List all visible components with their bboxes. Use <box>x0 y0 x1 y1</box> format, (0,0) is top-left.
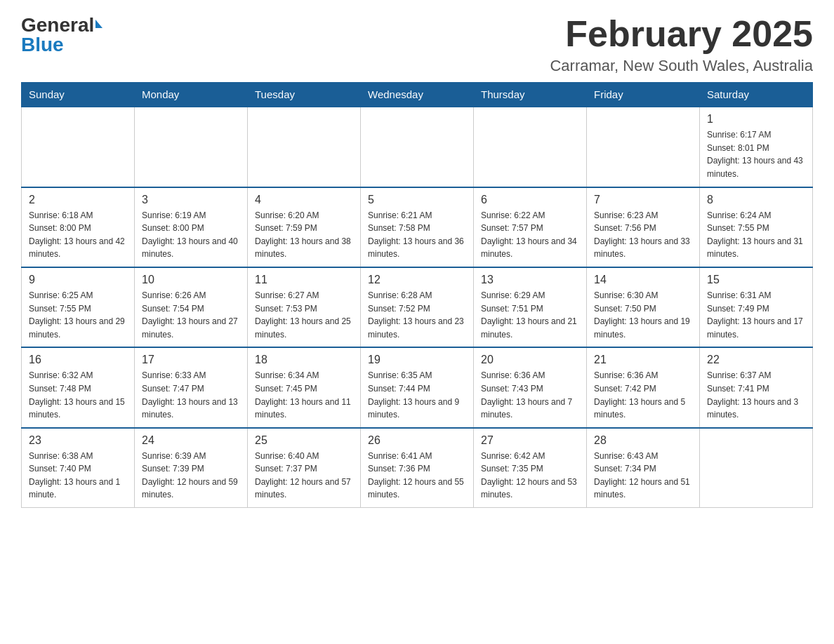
calendar-cell: 13Sunrise: 6:29 AMSunset: 7:51 PMDayligh… <box>474 267 587 347</box>
day-info: Sunrise: 6:36 AMSunset: 7:42 PMDaylight:… <box>594 369 692 421</box>
day-info: Sunrise: 6:24 AMSunset: 7:55 PMDaylight:… <box>707 209 805 261</box>
day-info: Sunrise: 6:23 AMSunset: 7:56 PMDaylight:… <box>594 209 692 261</box>
day-info: Sunrise: 6:22 AMSunset: 7:57 PMDaylight:… <box>481 209 579 261</box>
calendar-cell <box>135 107 248 187</box>
calendar-cell: 23Sunrise: 6:38 AMSunset: 7:40 PMDayligh… <box>22 428 135 508</box>
weekday-header-monday: Monday <box>135 83 248 107</box>
calendar-cell: 6Sunrise: 6:22 AMSunset: 7:57 PMDaylight… <box>474 187 587 267</box>
day-info: Sunrise: 6:40 AMSunset: 7:37 PMDaylight:… <box>255 450 353 502</box>
day-number: 20 <box>481 354 579 366</box>
calendar-cell: 4Sunrise: 6:20 AMSunset: 7:59 PMDaylight… <box>248 187 361 267</box>
day-number: 27 <box>481 434 579 447</box>
day-info: Sunrise: 6:35 AMSunset: 7:44 PMDaylight:… <box>368 369 466 421</box>
day-number: 7 <box>594 194 692 206</box>
day-info: Sunrise: 6:33 AMSunset: 7:47 PMDaylight:… <box>142 369 240 421</box>
calendar-cell <box>587 107 700 187</box>
calendar-cell: 20Sunrise: 6:36 AMSunset: 7:43 PMDayligh… <box>474 347 587 427</box>
day-info: Sunrise: 6:21 AMSunset: 7:58 PMDaylight:… <box>368 209 466 261</box>
logo-triangle-icon <box>95 20 102 28</box>
calendar-cell: 15Sunrise: 6:31 AMSunset: 7:49 PMDayligh… <box>700 267 813 347</box>
calendar-cell: 28Sunrise: 6:43 AMSunset: 7:34 PMDayligh… <box>587 428 700 508</box>
day-number: 15 <box>707 274 805 286</box>
location-title: Carramar, New South Wales, Australia <box>550 57 813 75</box>
day-number: 14 <box>594 274 692 286</box>
day-number: 12 <box>368 274 466 286</box>
weekday-header-friday: Friday <box>587 83 700 107</box>
calendar-cell: 24Sunrise: 6:39 AMSunset: 7:39 PMDayligh… <box>135 428 248 508</box>
calendar-cell: 25Sunrise: 6:40 AMSunset: 7:37 PMDayligh… <box>248 428 361 508</box>
calendar-cell: 11Sunrise: 6:27 AMSunset: 7:53 PMDayligh… <box>248 267 361 347</box>
calendar-cell: 3Sunrise: 6:19 AMSunset: 8:00 PMDaylight… <box>135 187 248 267</box>
calendar-cell <box>248 107 361 187</box>
day-number: 22 <box>707 354 805 366</box>
calendar-cell: 14Sunrise: 6:30 AMSunset: 7:50 PMDayligh… <box>587 267 700 347</box>
day-number: 25 <box>255 434 353 447</box>
day-info: Sunrise: 6:19 AMSunset: 8:00 PMDaylight:… <box>142 209 240 261</box>
day-info: Sunrise: 6:30 AMSunset: 7:50 PMDaylight:… <box>594 289 692 341</box>
day-number: 9 <box>29 274 127 286</box>
day-number: 21 <box>594 354 692 366</box>
day-number: 17 <box>142 354 240 366</box>
day-info: Sunrise: 6:41 AMSunset: 7:36 PMDaylight:… <box>368 450 466 502</box>
day-info: Sunrise: 6:31 AMSunset: 7:49 PMDaylight:… <box>707 289 805 341</box>
day-info: Sunrise: 6:26 AMSunset: 7:54 PMDaylight:… <box>142 289 240 341</box>
weekday-header-sunday: Sunday <box>22 83 135 107</box>
day-number: 13 <box>481 274 579 286</box>
day-number: 26 <box>368 434 466 447</box>
calendar-table: SundayMondayTuesdayWednesdayThursdayFrid… <box>21 82 813 508</box>
calendar-week-row: 23Sunrise: 6:38 AMSunset: 7:40 PMDayligh… <box>22 428 813 508</box>
calendar-cell <box>474 107 587 187</box>
month-title: February 2025 <box>550 14 813 54</box>
calendar-cell: 22Sunrise: 6:37 AMSunset: 7:41 PMDayligh… <box>700 347 813 427</box>
day-info: Sunrise: 6:20 AMSunset: 7:59 PMDaylight:… <box>255 209 353 261</box>
day-number: 28 <box>594 434 692 447</box>
day-info: Sunrise: 6:38 AMSunset: 7:40 PMDaylight:… <box>29 450 127 502</box>
day-info: Sunrise: 6:27 AMSunset: 7:53 PMDaylight:… <box>255 289 353 341</box>
day-info: Sunrise: 6:28 AMSunset: 7:52 PMDaylight:… <box>368 289 466 341</box>
calendar-week-row: 1Sunrise: 6:17 AMSunset: 8:01 PMDaylight… <box>22 107 813 187</box>
day-number: 11 <box>255 274 353 286</box>
day-info: Sunrise: 6:25 AMSunset: 7:55 PMDaylight:… <box>29 289 127 341</box>
weekday-header-saturday: Saturday <box>700 83 813 107</box>
day-number: 16 <box>29 354 127 366</box>
day-info: Sunrise: 6:36 AMSunset: 7:43 PMDaylight:… <box>481 369 579 421</box>
day-number: 19 <box>368 354 466 366</box>
calendar-week-row: 16Sunrise: 6:32 AMSunset: 7:48 PMDayligh… <box>22 347 813 427</box>
day-number: 3 <box>142 194 240 206</box>
logo-blue-text: Blue <box>21 34 64 55</box>
title-section: February 2025 Carramar, New South Wales,… <box>550 14 813 75</box>
day-info: Sunrise: 6:34 AMSunset: 7:45 PMDaylight:… <box>255 369 353 421</box>
weekday-header-thursday: Thursday <box>474 83 587 107</box>
day-number: 4 <box>255 194 353 206</box>
calendar-cell <box>700 428 813 508</box>
calendar-cell: 18Sunrise: 6:34 AMSunset: 7:45 PMDayligh… <box>248 347 361 427</box>
day-number: 2 <box>29 194 127 206</box>
calendar-cell: 19Sunrise: 6:35 AMSunset: 7:44 PMDayligh… <box>361 347 474 427</box>
calendar-cell: 2Sunrise: 6:18 AMSunset: 8:00 PMDaylight… <box>22 187 135 267</box>
calendar-cell: 10Sunrise: 6:26 AMSunset: 7:54 PMDayligh… <box>135 267 248 347</box>
day-info: Sunrise: 6:29 AMSunset: 7:51 PMDaylight:… <box>481 289 579 341</box>
day-number: 18 <box>255 354 353 366</box>
calendar-cell: 7Sunrise: 6:23 AMSunset: 7:56 PMDaylight… <box>587 187 700 267</box>
day-number: 1 <box>707 113 805 126</box>
calendar-week-row: 9Sunrise: 6:25 AMSunset: 7:55 PMDaylight… <box>22 267 813 347</box>
calendar-cell: 21Sunrise: 6:36 AMSunset: 7:42 PMDayligh… <box>587 347 700 427</box>
day-info: Sunrise: 6:39 AMSunset: 7:39 PMDaylight:… <box>142 450 240 502</box>
calendar-cell: 9Sunrise: 6:25 AMSunset: 7:55 PMDaylight… <box>22 267 135 347</box>
day-number: 5 <box>368 194 466 206</box>
logo: General Blue <box>21 14 102 56</box>
weekday-header-wednesday: Wednesday <box>361 83 474 107</box>
calendar-cell: 17Sunrise: 6:33 AMSunset: 7:47 PMDayligh… <box>135 347 248 427</box>
calendar-cell: 1Sunrise: 6:17 AMSunset: 8:01 PMDaylight… <box>700 107 813 187</box>
calendar-cell <box>22 107 135 187</box>
calendar-cell: 8Sunrise: 6:24 AMSunset: 7:55 PMDaylight… <box>700 187 813 267</box>
calendar-cell: 26Sunrise: 6:41 AMSunset: 7:36 PMDayligh… <box>361 428 474 508</box>
calendar-cell <box>361 107 474 187</box>
weekday-header-tuesday: Tuesday <box>248 83 361 107</box>
day-number: 24 <box>142 434 240 447</box>
day-info: Sunrise: 6:17 AMSunset: 8:01 PMDaylight:… <box>707 128 805 180</box>
calendar-header-row: SundayMondayTuesdayWednesdayThursdayFrid… <box>22 83 813 107</box>
calendar-cell: 5Sunrise: 6:21 AMSunset: 7:58 PMDaylight… <box>361 187 474 267</box>
calendar-cell: 16Sunrise: 6:32 AMSunset: 7:48 PMDayligh… <box>22 347 135 427</box>
day-number: 10 <box>142 274 240 286</box>
